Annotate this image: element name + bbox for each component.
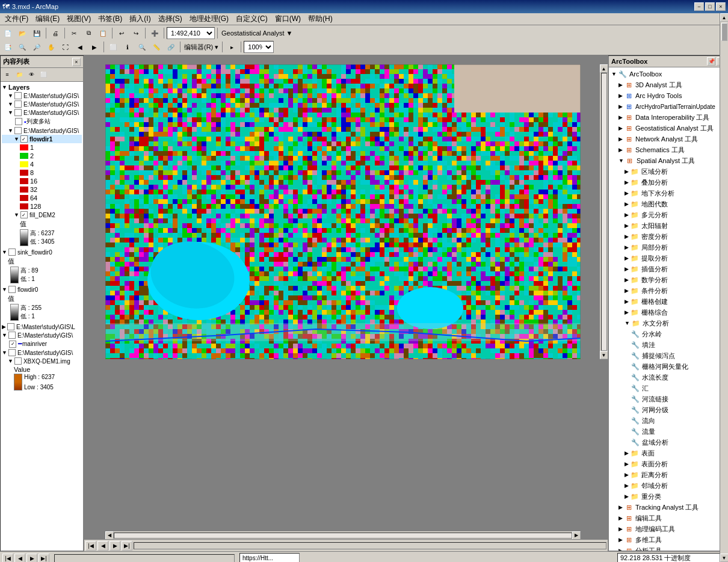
menu-bookmarks[interactable]: 书签(B) [94,13,126,25]
toolbox-groundwater[interactable]: ▶ 📁 地下水分析 [610,188,726,199]
print-button[interactable]: 🖨 [49,26,62,40]
group-layer-4[interactable]: ▼ E:\Master\study\GIS\ [2,126,82,135]
menu-window[interactable]: 窗口(W) [271,13,304,25]
toolbox-analysis[interactable]: ▶ ⊞ 分析工具 [610,545,726,551]
layer-mainriver[interactable]: ━ mainriver [2,339,82,348]
tool-streamtofeature[interactable]: 🔧 栅格河网矢量化 [610,361,726,372]
full-extent-button[interactable]: ⛶ [59,40,72,54]
scale-select[interactable]: 1:492,410 [167,27,215,39]
menu-insert[interactable]: 插入(I) [126,13,154,25]
checkbox-liemeiduzhan[interactable] [15,118,22,125]
group-layer-xbxq[interactable]: ▼ E:\Master\study\GIS\ [2,348,82,357]
checkbox-2[interactable] [14,100,22,108]
toc-source-button[interactable]: 📁 [14,69,25,80]
zoom-out-button[interactable]: 🔎 [30,40,43,54]
toolbox-schematics[interactable]: ▶ ⊞ Schematics 工具 [610,144,726,155]
map-area[interactable]: ◀ ▶ ▲ ▼ |◀ ◀ ▶ ▶| [84,55,608,551]
toc-list-button[interactable]: ≡ [2,69,13,80]
tool-flowdir[interactable]: 🔧 流向 [610,415,726,426]
checkbox-xbxq[interactable] [14,357,22,365]
toolbox-geocoding[interactable]: ▶ ⊞ 地理编码工具 [610,523,726,534]
status-nav-first[interactable]: |◀ [2,554,13,563]
tool-flowaccumulation[interactable]: 🔧 流量 [610,426,726,437]
pan-button[interactable]: ✋ [45,40,58,54]
scroll-track-v[interactable] [601,73,607,351]
select-button[interactable]: ⬜ [106,40,120,54]
scroll-left-btn[interactable]: ◀ [105,531,114,540]
toolbox-rastergeneral[interactable]: ▶ 📁 栅格综合 [610,307,726,318]
new-button[interactable]: 📄 [1,26,14,40]
map-horizontal-scrollbar[interactable]: ◀ ▶ [105,531,581,539]
redo-button[interactable]: ↪ [129,26,143,40]
toolbox-geostat[interactable]: ▶ ⊞ Geostatistical Analyst 工具 [610,123,726,134]
toc-button[interactable]: 📑 [1,40,14,54]
find-button[interactable]: 🔍 [135,40,149,54]
tool-basin[interactable]: 🔧 盆域分析 [610,437,726,448]
close-button[interactable]: × [716,2,726,11]
menu-edit[interactable]: 编辑(E) [32,13,63,25]
nav-last[interactable]: ▶| [122,541,132,551]
scroll-up-btn[interactable]: ▲ [600,64,608,73]
layer-flowdir0[interactable]: ▼ flowdir0 [2,283,82,294]
group-layer-2[interactable]: ▼ E:\Master\study\GIS\ [2,100,82,108]
menu-file[interactable]: 文件(F) [1,13,32,25]
toolbox-archydro[interactable]: ▶ ⊞ Arc Hydro Tools [610,90,726,101]
toc-close-button[interactable]: × [72,58,81,66]
zoom-percent[interactable]: 100% [244,41,274,53]
zoom-in-button[interactable]: 🔍 [16,40,29,54]
toolbox-hydrology[interactable]: ▼ 📁 水文分析 [610,318,726,329]
toolbox-multidimension[interactable]: ▶ ⊞ 多维工具 [610,534,726,545]
checkbox-filldem2[interactable] [20,211,28,218]
menu-customize[interactable]: 自定义(C) [232,13,271,25]
tool-fill[interactable]: 🔧 填洼 [610,339,726,350]
tool-streamlink[interactable]: 🔧 河流链接 [610,394,726,404]
toolbox-datainterop[interactable]: ▶ ⊞ Data Interoperability 工具 [610,112,726,123]
nav-next[interactable]: ▶ [110,541,120,551]
toolbox-math[interactable]: ▶ 📁 数学分析 [610,274,726,285]
open-button[interactable]: 📂 [16,26,29,40]
toolbox-reclass[interactable]: ▶ 📁 重分类 [610,491,726,502]
checkbox-flowdir1[interactable] [20,135,28,143]
layers-root[interactable]: ▼ Layers [2,83,82,91]
toolbox-zonal[interactable]: ▶ 📁 区域分析 [610,166,726,177]
toolbox-neighborhood[interactable]: ▶ 📁 邻域分析 [610,480,726,491]
menu-help[interactable]: 帮助(H) [304,13,336,25]
checkbox-mainriver-group[interactable] [8,332,16,339]
toolbox-editing[interactable]: ▶ ⊞ 编辑工具 [610,513,726,523]
checkbox-3[interactable] [14,109,22,116]
toolbox-conditional[interactable]: ▶ 📁 条件分析 [610,285,726,296]
layer-sinkflowdir0[interactable]: ▼ sink_flowdir0 [2,246,82,256]
layer-xbxq[interactable]: ▼ XBXQ-DEM1.img [2,357,82,365]
cut-button[interactable]: ✂ [67,26,81,40]
nav-prev[interactable]: ◀ [97,541,108,551]
checkbox-1[interactable] [14,92,22,99]
checkbox-flowdir0[interactable] [8,286,16,293]
toolbox-solar[interactable]: ▶ 📁 太阳辐射 [610,220,726,231]
toolbox-interpolation[interactable]: ▶ 📁 插值分析 [610,264,726,274]
copy-button[interactable]: ⧉ [82,26,95,40]
save-button[interactable]: 💾 [30,26,43,40]
toolbox-overlay[interactable]: ▶ 📁 叠加分析 [610,177,726,188]
arctoolbox-scrollbar[interactable]: ▲ ▼ [720,55,728,551]
tool-watershed[interactable]: 🔧 分水岭 [610,329,726,339]
raster-canvas[interactable] [105,64,581,359]
toolbox-extract[interactable]: ▶ 📁 提取分析 [610,253,726,264]
layer-flowdir1[interactable]: ▼ flowdir1 [2,135,82,143]
menu-geoprocessing[interactable]: 地理处理(G) [186,13,232,25]
toolbox-surface[interactable]: ▶ 📁 表面 [610,448,726,459]
nav-first[interactable]: |◀ [85,541,96,551]
toolbox-surfaceanalysis[interactable]: ▶ 📁 表面分析 [610,459,726,469]
scroll-right-btn[interactable]: ▶ [572,531,581,540]
checkbox-xbxq-group[interactable] [8,349,16,356]
layer-filldem2[interactable]: ▼ fill_DEM2 [2,211,82,219]
menu-selection[interactable]: 选择(S) [155,13,186,25]
checkbox-L[interactable] [7,323,14,330]
status-nav-last[interactable]: ▶| [39,554,49,563]
toolbox-root[interactable]: ▼ 🔧 ArcToolbox [610,69,726,79]
toolbox-archydroupdate[interactable]: ▶ ⊞ ArcHydroPartialTerrainUpdate [610,101,726,112]
paste-button[interactable]: 📋 [96,26,110,40]
tool-sink[interactable]: 🔧 汇 [610,383,726,394]
tool-snappourpoint[interactable]: 🔧 捕捉倾泻点 [610,350,726,361]
status-scroll-h[interactable] [54,554,235,563]
status-nav-next[interactable]: ▶ [26,554,37,563]
